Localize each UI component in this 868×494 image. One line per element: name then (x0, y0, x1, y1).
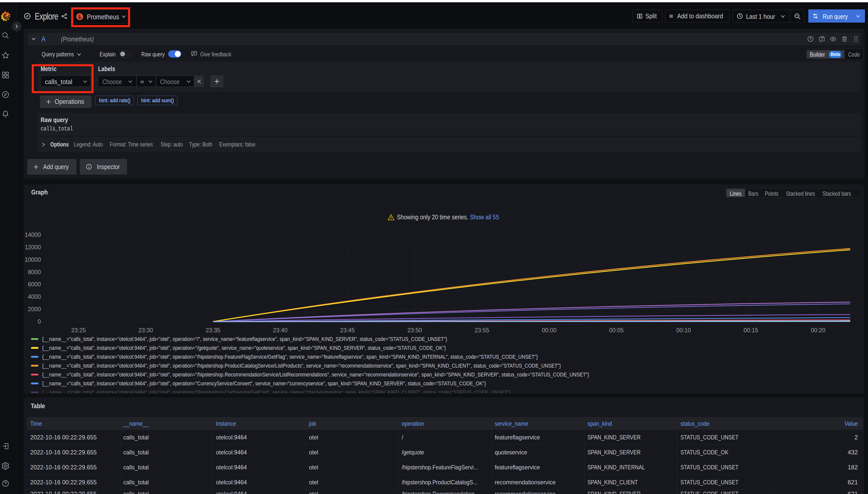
svg-text:23:25: 23:25 (71, 327, 86, 334)
svg-text:8000: 8000 (28, 269, 41, 276)
svg-text:23:40: 23:40 (273, 327, 288, 334)
svg-text:23:30: 23:30 (139, 327, 153, 334)
svg-text:23:55: 23:55 (475, 327, 489, 334)
svg-text:6000: 6000 (28, 281, 41, 288)
svg-text:4000: 4000 (28, 293, 41, 300)
svg-text:12000: 12000 (25, 244, 41, 250)
svg-text:00:00: 00:00 (542, 327, 557, 334)
svg-text:14000: 14000 (25, 231, 41, 238)
svg-text:2000: 2000 (28, 306, 41, 312)
svg-text:0: 0 (38, 318, 41, 325)
svg-text:00:10: 00:10 (676, 327, 691, 334)
svg-text:00:15: 00:15 (743, 327, 758, 334)
svg-text:00:05: 00:05 (609, 327, 624, 334)
svg-text:00:20: 00:20 (811, 327, 826, 334)
svg-text:10000: 10000 (25, 256, 41, 263)
svg-text:23:35: 23:35 (205, 327, 220, 334)
svg-text:23:45: 23:45 (340, 327, 355, 334)
svg-text:23:50: 23:50 (407, 327, 422, 334)
